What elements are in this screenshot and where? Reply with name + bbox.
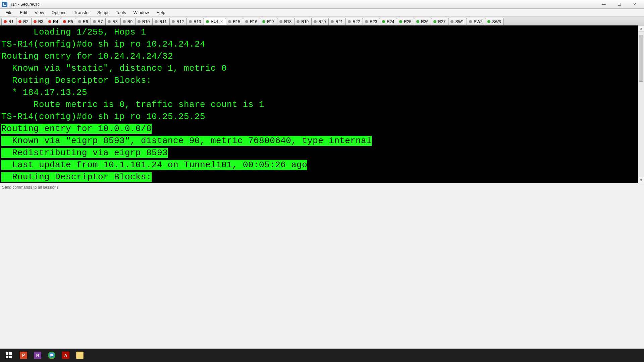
tab-label: R2 <box>23 19 28 24</box>
session-tab-r5[interactable]: R5 <box>61 18 76 25</box>
scroll-thumb[interactable] <box>639 35 643 82</box>
command-input[interactable] <box>2 185 642 190</box>
menu-file[interactable]: File <box>2 9 16 16</box>
svg-rect-4 <box>6 352 8 355</box>
session-tab-r21[interactable]: R21 <box>328 18 346 25</box>
session-tab-r8[interactable]: R8 <box>105 18 120 25</box>
close-button[interactable]: ✕ <box>627 1 642 8</box>
session-tab-r10[interactable]: R10 <box>135 18 153 25</box>
status-dot-icon <box>399 20 402 23</box>
app-icon <box>2 2 7 7</box>
taskbar-app-onenote[interactable]: N <box>31 349 44 361</box>
session-tab-r27[interactable]: R27 <box>431 18 448 25</box>
start-button[interactable] <box>1 349 16 361</box>
session-tab-r9[interactable]: R9 <box>120 18 136 25</box>
tab-label: R23 <box>370 19 377 24</box>
session-tab-r1[interactable]: R1 <box>1 18 16 25</box>
tab-label: R21 <box>335 19 343 24</box>
tab-close-icon[interactable]: ✕ <box>220 19 223 24</box>
session-tab-r16[interactable]: R16 <box>243 18 260 25</box>
tab-label: R24 <box>387 19 394 24</box>
vertical-scrollbar[interactable]: ▲ ▼ <box>638 25 644 183</box>
session-tab-r15[interactable]: R15 <box>226 18 243 25</box>
status-dot-icon <box>138 20 141 23</box>
maximize-button[interactable]: ☐ <box>612 1 627 8</box>
scroll-up-arrow[interactable]: ▲ <box>638 25 644 32</box>
status-dot-icon <box>34 20 37 23</box>
session-tab-r3[interactable]: R3 <box>31 18 46 25</box>
session-tab-r11[interactable]: R11 <box>152 18 170 25</box>
session-tab-sw1[interactable]: SW1 <box>448 18 467 25</box>
status-dot-icon <box>348 20 351 23</box>
session-tab-r22[interactable]: R22 <box>345 18 363 25</box>
svg-rect-5 <box>9 352 12 355</box>
session-tab-r19[interactable]: R19 <box>294 18 312 25</box>
session-tab-r4[interactable]: R4 <box>46 18 61 25</box>
status-dot-icon <box>433 20 436 23</box>
taskbar: P N A <box>0 349 644 362</box>
status-dot-icon <box>331 20 334 23</box>
menu-help[interactable]: Help <box>153 9 169 16</box>
terminal-line: Loading 1/255, Hops 1 <box>1 26 643 38</box>
taskbar-app-acrobat[interactable]: A <box>59 349 72 361</box>
session-tab-r18[interactable]: R18 <box>277 18 294 25</box>
status-dot-icon <box>279 20 282 23</box>
tab-label: R15 <box>233 19 240 24</box>
menu-window[interactable]: Window <box>130 9 152 16</box>
tab-label: R16 <box>250 19 257 24</box>
menu-transfer[interactable]: Transfer <box>70 9 93 16</box>
tab-label: R10 <box>142 19 150 24</box>
menu-script[interactable]: Script <box>94 9 112 16</box>
taskbar-app-explorer[interactable] <box>73 349 87 361</box>
taskbar-app-powerpoint[interactable]: P <box>17 349 30 361</box>
menu-view[interactable]: View <box>31 9 47 16</box>
tab-label: R26 <box>421 19 428 24</box>
terminal-output[interactable]: Loading 1/255, Hops 1TS-R14(config)#do s… <box>0 25 644 183</box>
status-dot-icon <box>487 20 490 23</box>
status-dot-icon <box>262 20 265 23</box>
session-tab-r20[interactable]: R20 <box>311 18 329 25</box>
tab-label: R8 <box>112 19 117 24</box>
session-tab-r7[interactable]: R7 <box>91 18 106 25</box>
session-tab-r23[interactable]: R23 <box>363 18 380 25</box>
session-tab-sw3[interactable]: SW3 <box>485 18 504 25</box>
taskbar-app-chrome[interactable] <box>45 349 58 361</box>
session-tab-sw2[interactable]: SW2 <box>467 18 485 25</box>
session-tabbar: R1R2R3R4R5R6R7R8R9R10R11R12R13R14✕R15R16… <box>0 17 644 25</box>
status-dot-icon <box>63 20 66 23</box>
scroll-track[interactable] <box>638 32 644 177</box>
status-dot-icon <box>93 20 96 23</box>
svg-rect-2 <box>4 4 6 5</box>
menu-edit[interactable]: Edit <box>16 9 31 16</box>
command-bar <box>0 183 644 191</box>
tab-label: R17 <box>267 19 274 24</box>
session-tab-r14[interactable]: R14✕ <box>204 18 226 25</box>
terminal-area[interactable]: Loading 1/255, Hops 1TS-R14(config)#do s… <box>0 25 644 183</box>
session-tab-r24[interactable]: R24 <box>380 18 397 25</box>
session-tab-r25[interactable]: R25 <box>397 18 414 25</box>
tab-label: R19 <box>301 19 309 24</box>
minimize-button[interactable]: — <box>596 1 611 8</box>
terminal-line: Known via "eigrp 8593", distance 90, met… <box>1 135 643 147</box>
tab-label: R3 <box>38 19 43 24</box>
menu-options[interactable]: Options <box>48 9 70 16</box>
status-dot-icon <box>365 20 368 23</box>
terminal-line: Routing Descriptor Blocks: <box>1 74 643 86</box>
window-title: R14 - SecureCRT <box>9 2 41 7</box>
menu-tools[interactable]: Tools <box>112 9 129 16</box>
terminal-line: TS-R14(config)#do sh ip ro 10.24.24.24 <box>1 38 643 50</box>
desktop-gap <box>0 191 644 349</box>
status-dot-icon <box>228 20 231 23</box>
svg-rect-6 <box>6 356 8 358</box>
session-tab-r6[interactable]: R6 <box>76 18 91 25</box>
session-tab-r12[interactable]: R12 <box>169 18 187 25</box>
session-tab-r2[interactable]: R2 <box>16 18 31 25</box>
tab-label: R14 <box>211 19 218 24</box>
status-dot-icon <box>155 20 158 23</box>
titlebar: R14 - SecureCRT — ☐ ✕ <box>0 0 644 9</box>
session-tab-r17[interactable]: R17 <box>260 18 277 25</box>
session-tab-r13[interactable]: R13 <box>186 18 204 25</box>
session-tab-r26[interactable]: R26 <box>414 18 431 25</box>
status-dot-icon <box>4 20 7 23</box>
scroll-down-arrow[interactable]: ▼ <box>638 177 644 183</box>
